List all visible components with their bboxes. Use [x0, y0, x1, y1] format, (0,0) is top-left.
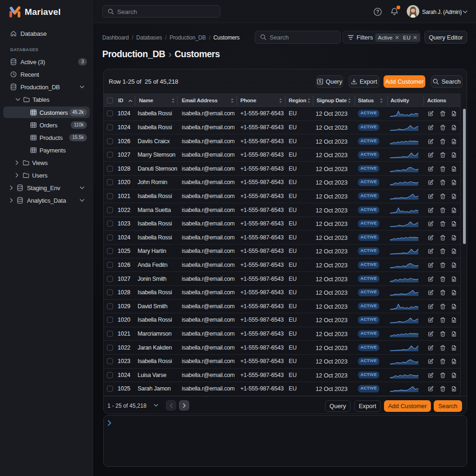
svg-text:?: ?	[376, 9, 379, 14]
